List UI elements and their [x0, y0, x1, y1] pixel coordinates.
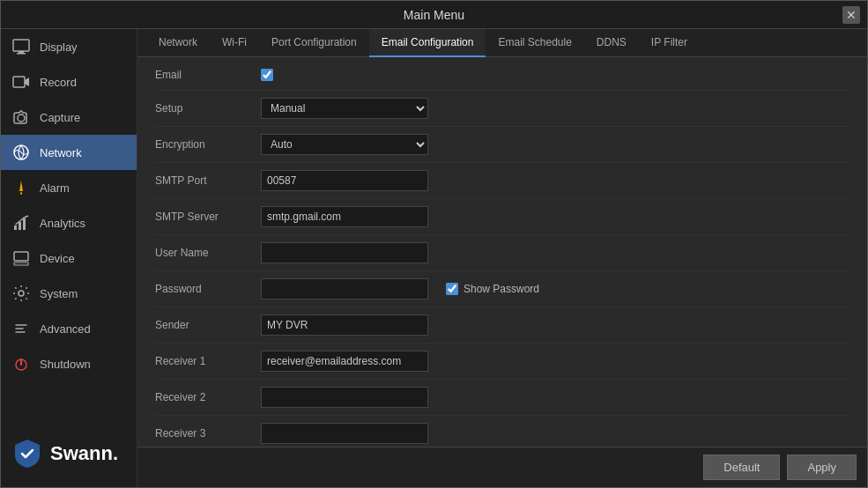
receiver3-input[interactable]: [261, 423, 428, 444]
sidebar-label-record: Record: [40, 76, 77, 89]
tab-network[interactable]: Network: [146, 29, 210, 57]
smtp-port-label: SMTP Port: [155, 174, 261, 187]
close-button[interactable]: ✕: [842, 6, 860, 24]
network-icon: [11, 143, 31, 162]
tab-email-configuration[interactable]: Email Configuration: [369, 29, 486, 57]
password-row: Password Show Password: [155, 278, 849, 307]
tab-ddns[interactable]: DDNS: [584, 29, 639, 57]
sidebar-item-shutdown[interactable]: Shutdown: [1, 346, 137, 381]
capture-icon: [11, 107, 31, 127]
svg-rect-1: [19, 51, 24, 53]
smtp-server-input[interactable]: [261, 206, 428, 227]
receiver1-label: Receiver 1: [155, 355, 261, 367]
svg-rect-8: [14, 226, 17, 230]
setup-row: Setup Manual Gmail Yahoo Hotmail: [155, 98, 849, 127]
show-password-checkbox[interactable]: [446, 283, 458, 295]
email-label: Email: [155, 69, 261, 81]
show-password-label[interactable]: Show Password: [446, 283, 539, 295]
receiver3-label: Receiver 3: [155, 427, 261, 440]
tab-port-configuration[interactable]: Port Configuration: [259, 29, 369, 57]
sidebar-label-alarm: Alarm: [40, 181, 70, 195]
sender-row: Sender: [155, 314, 849, 344]
sidebar-item-advanced[interactable]: Advanced: [1, 311, 137, 346]
sender-input[interactable]: [261, 314, 428, 336]
sidebar-item-display[interactable]: Display: [1, 29, 137, 64]
svg-point-7: [20, 192, 22, 194]
svg-point-5: [18, 115, 25, 122]
sidebar-label-shutdown: Shutdown: [40, 358, 91, 371]
sidebar-label-device: Device: [40, 252, 75, 265]
main-window: Main Menu ✕ Display: [0, 0, 868, 488]
smtp-server-row: SMTP Server: [155, 206, 849, 235]
svg-rect-0: [13, 40, 29, 51]
encryption-select[interactable]: Auto SSL TLS None: [261, 134, 428, 155]
logo-text: Swann.: [50, 442, 118, 465]
svg-rect-9: [19, 222, 21, 230]
svg-rect-2: [17, 53, 26, 55]
alarm-icon: [11, 178, 31, 197]
sidebar-label-network: Network: [40, 146, 82, 159]
svg-point-13: [19, 291, 24, 296]
swann-logo: Swann.: [1, 420, 137, 487]
device-icon: [11, 248, 31, 268]
sidebar-item-alarm[interactable]: Alarm: [1, 170, 137, 205]
receiver1-input[interactable]: [261, 351, 428, 372]
record-icon: [11, 72, 31, 92]
sidebar: Display Record Capture: [1, 29, 137, 487]
sidebar-item-capture[interactable]: Capture: [1, 100, 137, 135]
encryption-label: Encryption: [155, 138, 261, 151]
display-icon: [11, 37, 31, 56]
sidebar-item-system[interactable]: System: [1, 276, 137, 311]
receiver3-row: Receiver 3: [155, 423, 849, 447]
setup-label: Setup: [155, 102, 261, 115]
sender-label: Sender: [155, 319, 261, 331]
username-row: User Name: [155, 242, 849, 271]
tab-email-schedule[interactable]: Email Schedule: [486, 29, 583, 57]
svg-rect-10: [23, 218, 26, 230]
sidebar-label-analytics: Analytics: [40, 217, 85, 230]
sidebar-item-analytics[interactable]: Analytics: [1, 205, 137, 240]
receiver2-input[interactable]: [261, 387, 428, 408]
apply-button[interactable]: Apply: [787, 455, 857, 480]
password-label: Password: [155, 283, 261, 295]
sidebar-label-system: System: [40, 287, 78, 300]
username-label: User Name: [155, 247, 261, 259]
sidebar-label-capture: Capture: [40, 111, 80, 124]
sidebar-label-advanced: Advanced: [40, 322, 91, 336]
sidebar-item-network[interactable]: Network: [1, 135, 137, 170]
sidebar-item-record[interactable]: Record: [1, 64, 137, 100]
bottom-bar: Default Apply: [137, 447, 867, 487]
smtp-server-label: SMTP Server: [155, 211, 261, 223]
email-row: Email: [155, 66, 849, 91]
advanced-icon: [11, 319, 31, 338]
system-icon: [11, 284, 31, 303]
main-content: Display Record Capture: [1, 29, 867, 487]
receiver2-row: Receiver 2: [155, 387, 849, 416]
password-input[interactable]: [261, 278, 428, 299]
username-input[interactable]: [261, 242, 428, 263]
svg-rect-12: [14, 262, 28, 265]
sidebar-item-device[interactable]: Device: [1, 240, 137, 276]
encryption-row: Encryption Auto SSL TLS None: [155, 134, 849, 163]
analytics-icon: [11, 213, 31, 233]
titlebar: Main Menu ✕: [1, 1, 867, 29]
window-title: Main Menu: [404, 8, 464, 22]
default-button[interactable]: Default: [703, 455, 780, 480]
tab-wifi[interactable]: Wi-Fi: [210, 29, 259, 57]
receiver2-label: Receiver 2: [155, 391, 261, 403]
svg-rect-11: [14, 252, 28, 261]
email-checkbox[interactable]: [261, 69, 273, 81]
sidebar-label-display: Display: [40, 41, 78, 54]
smtp-port-row: SMTP Port: [155, 170, 849, 199]
svg-rect-3: [13, 77, 25, 87]
tab-ip-filter[interactable]: IP Filter: [639, 29, 700, 57]
smtp-port-input[interactable]: [261, 170, 428, 191]
content-area: Network Wi-Fi Port Configuration Email C…: [137, 29, 867, 487]
tab-bar: Network Wi-Fi Port Configuration Email C…: [137, 29, 867, 57]
email-config-form: Email Setup Manual Gmail Yahoo Hotmail E…: [137, 57, 867, 447]
receiver1-row: Receiver 1: [155, 351, 849, 380]
shutdown-icon: [11, 354, 31, 373]
setup-select[interactable]: Manual Gmail Yahoo Hotmail: [261, 98, 428, 119]
